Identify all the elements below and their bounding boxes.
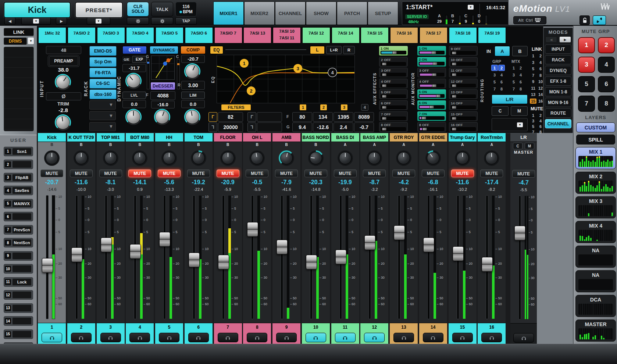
user-key-11[interactable]: 11Lock bbox=[4, 277, 33, 287]
link-mute-num-3[interactable]: 3 bbox=[530, 118, 536, 124]
mute-button[interactable]: MUTE bbox=[187, 169, 210, 177]
pan-knob[interactable] bbox=[132, 150, 147, 166]
routing-c-button[interactable]: C bbox=[492, 106, 509, 116]
gate-exp-toggle[interactable]: G/E bbox=[122, 56, 131, 63]
mute-button[interactable]: MUTE bbox=[128, 169, 151, 177]
tab-channel[interactable]: CHANNEL bbox=[275, 1, 306, 25]
mute-group-8[interactable]: 8 bbox=[598, 96, 615, 112]
mute-button[interactable]: MUTE bbox=[422, 169, 445, 177]
link-mute-num-8[interactable]: 8 bbox=[537, 129, 544, 135]
pan-knob[interactable] bbox=[279, 150, 294, 166]
user-key-12[interactable]: 12 bbox=[4, 290, 33, 300]
aux-send-4[interactable]: 4 OFF bbox=[417, 79, 446, 88]
pan-knob[interactable] bbox=[220, 150, 236, 166]
aux-send-6[interactable]: 6 ON bbox=[417, 100, 446, 110]
tab-patch[interactable]: PATCH bbox=[337, 1, 367, 25]
patch-cell[interactable]: 7ASIO 3 bbox=[97, 27, 125, 43]
aux-send-15[interactable]: 15 OFF bbox=[449, 111, 478, 121]
modes-prev-button[interactable]: ◀ bbox=[545, 36, 557, 43]
link-num-14[interactable]: 14 bbox=[537, 92, 544, 97]
cue-headphone-button[interactable] bbox=[481, 333, 502, 342]
mute-button[interactable]: MUTE bbox=[275, 169, 298, 177]
fader-handle[interactable] bbox=[71, 247, 82, 262]
user-key-15[interactable]: 15 bbox=[4, 329, 33, 339]
mute-group-2[interactable]: 2 bbox=[598, 37, 615, 53]
pan-knob[interactable] bbox=[396, 150, 411, 166]
patch-cell[interactable]: 7ASI 107ASI 11 bbox=[273, 27, 301, 43]
pan-knob[interactable] bbox=[425, 150, 441, 166]
user-key-5[interactable]: 5MAINVX bbox=[4, 199, 33, 208]
aux-send-9[interactable]: 9 OFF bbox=[449, 46, 478, 56]
dyn-threshold-knob[interactable] bbox=[154, 109, 170, 125]
pan-knob[interactable] bbox=[367, 150, 382, 166]
patch-cell[interactable]: 7ASI 15 bbox=[361, 27, 389, 43]
aux-send-13[interactable]: 13 OFF bbox=[449, 89, 478, 99]
gate-range-knob[interactable] bbox=[125, 109, 142, 125]
scene-dropdown-button[interactable]: ▼ bbox=[468, 5, 474, 10]
cue-headphone-button[interactable] bbox=[218, 333, 238, 342]
comp-button[interactable]: COMP bbox=[181, 46, 206, 54]
fader-handle[interactable] bbox=[130, 244, 141, 259]
eq-curve-display[interactable]: 1 2 3 4 bbox=[217, 55, 355, 103]
cue-headphone-button[interactable] bbox=[335, 333, 356, 342]
cue-headphone-button[interactable] bbox=[42, 333, 62, 342]
mute-button[interactable]: MUTE bbox=[392, 169, 415, 177]
fader-handle[interactable] bbox=[306, 255, 317, 270]
patch-cell[interactable]: 7ASI 18 bbox=[449, 27, 477, 43]
link-group-dropdown-button[interactable]: ▼ bbox=[28, 38, 34, 44]
aux-send-7[interactable]: 7 ON bbox=[417, 111, 446, 121]
routing-m-button[interactable]: M bbox=[511, 106, 528, 116]
filter2-lpf-icon[interactable]: Γ bbox=[247, 122, 256, 132]
channel-name[interactable]: GTR EDDIE bbox=[419, 133, 447, 142]
link-num-12[interactable]: 12 bbox=[537, 86, 544, 91]
patch-cell[interactable]: 7ASIO 7 bbox=[214, 27, 242, 43]
aux-send-8[interactable]: 8 OFF bbox=[379, 122, 408, 132]
eq-channel-lr-button[interactable]: L+R bbox=[326, 46, 342, 54]
link-num-15[interactable]: 15 bbox=[530, 99, 536, 104]
eq-band-4-button[interactable]: 4 bbox=[361, 104, 368, 111]
routing-grp-2[interactable]: 2 bbox=[499, 65, 504, 71]
routing-grp-6[interactable]: 6 bbox=[499, 79, 504, 85]
trim-knob[interactable] bbox=[55, 114, 71, 131]
aux-send-11[interactable]: 11 OFF bbox=[449, 68, 478, 77]
rack-slot-empty[interactable]: ▼ bbox=[89, 100, 116, 110]
fader-handle[interactable] bbox=[514, 226, 525, 240]
pan-knob[interactable] bbox=[44, 150, 60, 166]
bpm-display[interactable]: 116 BPM bbox=[175, 2, 197, 17]
fader-handle[interactable] bbox=[247, 222, 258, 237]
aux-send-12[interactable]: 12 OFF bbox=[449, 79, 478, 88]
routing-mtx-7[interactable]: 7 bbox=[511, 86, 517, 92]
aux-send-1[interactable]: 1 ON bbox=[379, 46, 408, 56]
routing-grp-3[interactable]: 3 bbox=[492, 72, 497, 78]
rack-slot-empty[interactable]: ▼ bbox=[89, 122, 116, 131]
dynamics-button[interactable]: DYNAMICS bbox=[150, 46, 178, 54]
preset-display[interactable]: PRESET* bbox=[75, 2, 123, 18]
eq-band-2-button[interactable]: 2 bbox=[320, 104, 327, 111]
fader-handle[interactable] bbox=[423, 238, 434, 252]
link-mute-num-4[interactable]: 4 bbox=[537, 118, 544, 124]
aux-send-5[interactable]: 5 OFF bbox=[379, 89, 408, 99]
cue-headphone-button[interactable] bbox=[188, 333, 209, 342]
channel-name[interactable]: BASS AMP bbox=[360, 133, 388, 142]
pan-knob[interactable] bbox=[249, 150, 265, 166]
tap-tempo-button[interactable]: TAP bbox=[175, 17, 197, 25]
mute-button[interactable]: MUTE bbox=[217, 169, 239, 177]
fader-handle[interactable] bbox=[159, 232, 170, 247]
master-mute-button[interactable]: MUTE bbox=[512, 170, 535, 178]
routing-b-button[interactable]: B bbox=[512, 46, 528, 56]
routing-mtx-2[interactable]: 2 bbox=[518, 65, 524, 71]
master-strip-name[interactable]: LR bbox=[510, 133, 537, 142]
link-num-4[interactable]: 4 bbox=[537, 60, 544, 65]
channel-name[interactable]: TOM bbox=[185, 133, 213, 142]
pan-knob[interactable] bbox=[74, 150, 89, 166]
patch-cell[interactable]: 7ASI 16 bbox=[390, 27, 418, 43]
link-num-6[interactable]: 6 bbox=[537, 66, 544, 71]
tab-mixer1[interactable]: MIXER1 bbox=[213, 1, 244, 25]
pan-knob[interactable] bbox=[103, 150, 118, 166]
layer-na-button[interactable]: NA bbox=[575, 246, 616, 268]
channel-name[interactable]: AMB bbox=[272, 133, 300, 142]
aux-send-3[interactable]: 3 OFF bbox=[417, 68, 446, 77]
mute-button[interactable]: MUTE bbox=[304, 169, 327, 177]
channel-name[interactable]: FLOOR bbox=[214, 133, 242, 142]
mute-button[interactable]: MUTE bbox=[363, 169, 386, 177]
